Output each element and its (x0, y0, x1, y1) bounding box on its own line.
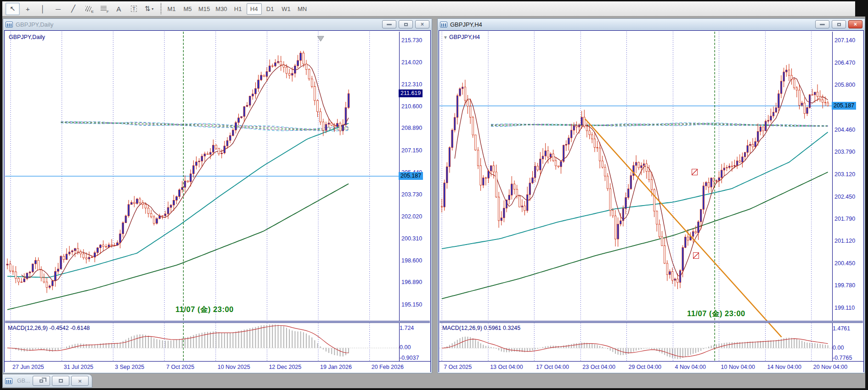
chart-window-h4: GBPJPY,H4 × ▼ GBPJPY,H4 MACD(12,26,9) 0.… (437, 18, 865, 373)
hline-price-badge: 205.187 (399, 172, 423, 180)
date-tick-label: 4 Nov 04:00 (675, 364, 705, 370)
macd-tick-label: -0.9037 (400, 355, 419, 361)
price-tick-label: 215.730 (401, 37, 422, 44)
price-tick-label: 196.890 (401, 279, 422, 285)
timeframe-d1[interactable]: D1 (263, 3, 278, 15)
daily-macd-label: MACD(12,26,9) -0.4542 -0.6148 (8, 325, 90, 331)
price-tick-label: 214.020 (401, 59, 422, 66)
date-tick-label: 12 Dec 2025 (269, 364, 301, 370)
indicator-separator[interactable] (440, 321, 863, 323)
h4-chart-canvas[interactable] (440, 32, 833, 361)
price-tick-label: 208.890 (401, 125, 422, 131)
arrows-tool[interactable]: ⇅▾ (142, 3, 156, 15)
crosshair-tool[interactable]: + (21, 3, 35, 15)
close-button[interactable]: × (848, 20, 862, 28)
horizontal-line-tool[interactable]: ─ (51, 3, 65, 15)
date-tick-label: 3 Sep 2025 (115, 364, 144, 370)
price-tick-label: 200.450 (834, 260, 855, 267)
minimize-button[interactable] (382, 20, 396, 28)
price-tick-label: 199.780 (834, 282, 855, 289)
timeframe-m15[interactable]: M15 (196, 3, 212, 15)
cursor-tool[interactable]: ↖ (6, 3, 20, 15)
macd-tick-label: 0.00 (400, 344, 411, 351)
h4-time-annotation[interactable]: 11/07 (金) 23:00 (687, 309, 745, 319)
maximize-button[interactable] (52, 376, 69, 386)
minimized-chart-tab[interactable]: GB... × (2, 374, 92, 388)
price-tick-label: 203.730 (401, 191, 422, 198)
timeframe-m1[interactable]: M1 (164, 3, 179, 15)
date-tick-label: 20 Nov 04:00 (813, 364, 847, 370)
timeframe-w1[interactable]: W1 (279, 3, 294, 15)
mdi-workspace: GBPJPY,Daily × GBPJPY,Daily MACD(12,26,9… (2, 17, 865, 388)
timeframe-group: M1M5M15M30H1H4D1W1MN (163, 3, 310, 15)
price-tick-label: 199.110 (834, 305, 855, 311)
price-tick-label: 212.310 (401, 81, 422, 88)
price-tick-label: 200.310 (401, 235, 422, 242)
indicator-separator[interactable] (5, 321, 430, 323)
text-label-icon: T (131, 6, 137, 12)
date-tick-label: 13 Oct 04:00 (490, 364, 523, 370)
h4-chart-symbol-label: ▼ GBPJPY,H4 (443, 34, 480, 40)
daily-chart-area[interactable]: GBPJPY,Daily MACD(12,26,9) -0.4542 -0.61… (4, 30, 431, 372)
restore-button[interactable] (33, 376, 50, 386)
fibonacci-icon (101, 6, 107, 11)
equidistant-channel-tool[interactable]: E (81, 3, 96, 15)
text-tool[interactable]: A (112, 3, 126, 15)
daily-price-axis: 215.730214.020212.310210.600208.890207.1… (398, 31, 430, 361)
macd-tick-label: -0.7765 (833, 355, 852, 361)
price-tick-label: 203.120 (834, 171, 855, 178)
timeframe-h1[interactable]: H1 (231, 3, 246, 15)
macd-tick-label: 0.00 (833, 345, 844, 351)
date-tick-label: 10 Nov 04:00 (721, 364, 755, 370)
price-tick-label: 210.600 (401, 103, 422, 110)
chart-window-daily: GBPJPY,Daily × GBPJPY,Daily MACD(12,26,9… (3, 18, 432, 373)
current-price-badge: 211.619 (399, 89, 423, 97)
price-tick-label: 207.150 (401, 147, 422, 154)
text-label-tool[interactable]: T (127, 3, 141, 15)
price-tick-label: 207.140 (834, 37, 855, 44)
chart-window-icon (440, 22, 447, 28)
price-tick-label: 205.800 (834, 82, 855, 88)
h4-chart-area[interactable]: ▼ GBPJPY,H4 MACD(12,26,9) 0.5961 0.3245 … (439, 30, 864, 372)
minimize-button[interactable] (815, 20, 829, 28)
dropdown-caret-icon[interactable]: ▾ (152, 7, 153, 11)
date-tick-label: 14 Nov 04:00 (767, 364, 801, 370)
date-tick-label: 29 Oct 04:00 (628, 364, 661, 370)
price-tick-label: 203.790 (834, 149, 855, 155)
timeframe-m30[interactable]: M30 (213, 3, 229, 15)
arrow-object-marker[interactable] (693, 252, 699, 259)
daily-titlebar[interactable]: GBPJPY,Daily × (3, 19, 432, 30)
hline-price-badge: 205.187 (832, 102, 856, 110)
timeframe-m5[interactable]: M5 (180, 3, 195, 15)
drawing-tools-group: ↖+│─╱EFAT⇅▾ (5, 3, 157, 15)
maximize-button[interactable] (399, 20, 413, 28)
close-button[interactable]: × (71, 376, 89, 386)
daily-time-annotation[interactable]: 11/07 (金) 23:00 (175, 305, 234, 315)
daily-date-axis: 27 Jun 202531 Jul 20253 Sep 20257 Oct 20… (5, 361, 430, 373)
date-tick-label: 7 Oct 2025 (166, 364, 194, 370)
arrow-object-marker[interactable] (692, 169, 698, 175)
timeframe-h4[interactable]: H4 (247, 3, 262, 15)
date-tick-label: 17 Oct 04:00 (536, 364, 569, 370)
h4-window-title: GBPJPY,H4 (450, 21, 815, 28)
macd-tick-label: 1.724 (400, 325, 414, 331)
macd-tick-label: 1.4761 (833, 325, 850, 332)
vertical-line-tool[interactable]: │ (36, 3, 50, 15)
close-button[interactable]: × (415, 20, 429, 28)
fibonacci-tool[interactable]: F (96, 3, 111, 15)
price-tick-label: 195.150 (401, 301, 422, 308)
h4-date-axis: 7 Oct 202513 Oct 04:0017 Oct 04:0023 Oct… (439, 361, 863, 373)
channel-icon (85, 6, 91, 11)
maximize-button[interactable] (832, 20, 846, 28)
daily-chart-symbol-label: GBPJPY,Daily (9, 34, 45, 40)
chart-window-icon (6, 22, 13, 28)
top-toolbar: ↖+│─╱EFAT⇅▾ M1M5M15M30H1H4D1W1MN (2, 1, 855, 17)
price-tick-label: 206.470 (834, 60, 855, 66)
price-tick-label: 202.020 (401, 213, 422, 220)
h4-titlebar[interactable]: GBPJPY,H4 × (438, 19, 865, 30)
price-tick-label: 204.460 (834, 127, 855, 133)
trendline-tool[interactable]: ╱ (66, 3, 80, 15)
date-tick-label: 31 Jul 2025 (64, 364, 94, 370)
chart-window-icon (5, 378, 12, 384)
timeframe-mn[interactable]: MN (295, 3, 310, 15)
